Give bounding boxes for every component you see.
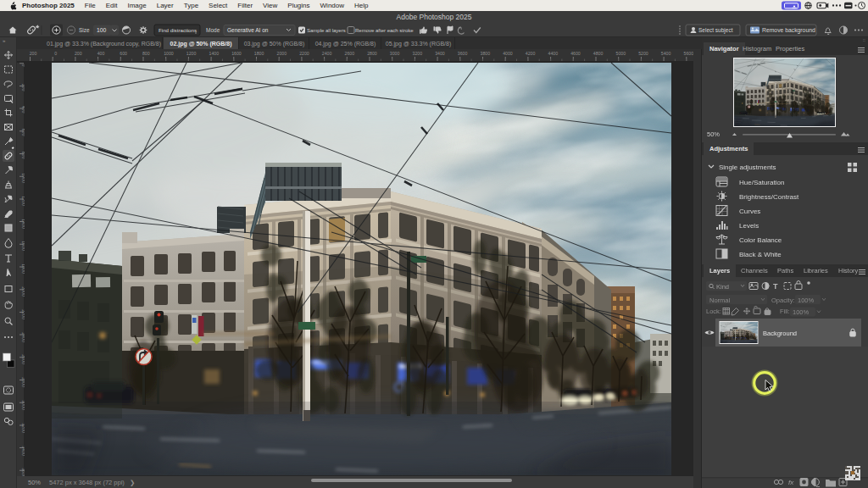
svg-text:3800: 3800 — [481, 51, 491, 56]
svg-text:T: T — [773, 282, 778, 291]
svg-text:1400: 1400 — [21, 219, 25, 229]
svg-text:100%: 100% — [798, 297, 815, 304]
svg-text:3000: 3000 — [390, 51, 400, 56]
svg-text:100%: 100% — [793, 308, 810, 316]
svg-text:Remove after each stroke: Remove after each stroke — [355, 28, 414, 33]
svg-text:2800: 2800 — [367, 51, 377, 56]
svg-text:1400: 1400 — [209, 51, 220, 56]
svg-text:1200: 1200 — [21, 196, 25, 206]
svg-text:200: 200 — [21, 84, 25, 92]
svg-text:1800: 1800 — [254, 51, 264, 56]
svg-text:3200: 3200 — [21, 423, 25, 433]
svg-text:3200: 3200 — [413, 51, 423, 56]
svg-text:Generative AI on: Generative AI on — [227, 27, 269, 33]
svg-text:5000: 5000 — [616, 51, 626, 56]
svg-text:2400: 2400 — [322, 51, 332, 56]
svg-text:600: 600 — [21, 129, 25, 136]
svg-text:1600: 1600 — [21, 241, 25, 251]
svg-text:2000: 2000 — [21, 286, 25, 297]
svg-text:0: 0 — [54, 51, 57, 56]
svg-text:1800: 1800 — [21, 263, 25, 274]
svg-text:3600: 3600 — [458, 51, 468, 56]
svg-text:200: 200 — [30, 51, 37, 56]
svg-text:1000: 1000 — [164, 51, 174, 56]
svg-text:2800: 2800 — [21, 377, 25, 387]
svg-text:0: 0 — [21, 64, 25, 67]
svg-text:Mode: Mode — [206, 27, 220, 33]
svg-text:400: 400 — [97, 51, 105, 56]
svg-text:2200: 2200 — [299, 51, 309, 56]
svg-text:100: 100 — [97, 27, 107, 33]
svg-text:Remove background: Remove background — [762, 27, 815, 34]
svg-text:4200: 4200 — [526, 51, 536, 56]
svg-text:2600: 2600 — [21, 354, 25, 364]
svg-text:4800: 4800 — [593, 51, 604, 56]
svg-text:5400: 5400 — [661, 51, 671, 56]
svg-text:2000: 2000 — [277, 51, 287, 56]
svg-text:3400: 3400 — [435, 51, 445, 56]
svg-text:Curves: Curves — [739, 208, 760, 215]
svg-text:fx: fx — [788, 479, 794, 486]
svg-text:4000: 4000 — [503, 51, 513, 56]
svg-text:Single adjustments: Single adjustments — [719, 164, 776, 171]
svg-text:Sample all layers: Sample all layers — [307, 28, 346, 33]
svg-text:Color Balance: Color Balance — [739, 236, 782, 244]
svg-text:Kind: Kind — [716, 283, 729, 291]
svg-text:1000: 1000 — [21, 173, 25, 183]
svg-text:Background: Background — [763, 330, 797, 337]
svg-text:Levels: Levels — [739, 222, 759, 230]
svg-text:Size: Size — [79, 27, 90, 33]
svg-text:Opacity:: Opacity: — [771, 297, 795, 304]
svg-text:Hue/Saturation: Hue/Saturation — [739, 179, 784, 186]
svg-text:50%: 50% — [707, 130, 720, 138]
svg-text:400: 400 — [21, 106, 25, 114]
svg-text:Normal: Normal — [709, 297, 731, 304]
svg-text:Lock:: Lock: — [706, 308, 721, 315]
svg-text:200: 200 — [75, 51, 82, 56]
svg-text:Black & White: Black & White — [739, 251, 782, 258]
svg-text:Find distractions: Find distractions — [159, 27, 197, 33]
svg-text:Select subject: Select subject — [698, 27, 733, 34]
svg-text:2200: 2200 — [21, 309, 25, 319]
svg-text:800: 800 — [142, 51, 150, 56]
svg-text:4600: 4600 — [570, 51, 581, 56]
svg-text:800: 800 — [21, 152, 25, 159]
svg-text:1200: 1200 — [186, 51, 197, 56]
svg-text:4400: 4400 — [548, 51, 559, 56]
svg-text:Fill:: Fill: — [780, 308, 790, 315]
svg-text:Brightness/Contrast: Brightness/Contrast — [739, 193, 799, 201]
svg-text:3400: 3400 — [21, 446, 25, 456]
svg-text:5600: 5600 — [684, 51, 693, 56]
svg-text:2600: 2600 — [345, 51, 355, 56]
svg-text:1600: 1600 — [231, 51, 242, 56]
svg-text:5200: 5200 — [638, 51, 648, 56]
svg-text:600: 600 — [120, 51, 127, 56]
svg-text:3000: 3000 — [21, 400, 25, 410]
svg-text:2400: 2400 — [21, 332, 25, 342]
